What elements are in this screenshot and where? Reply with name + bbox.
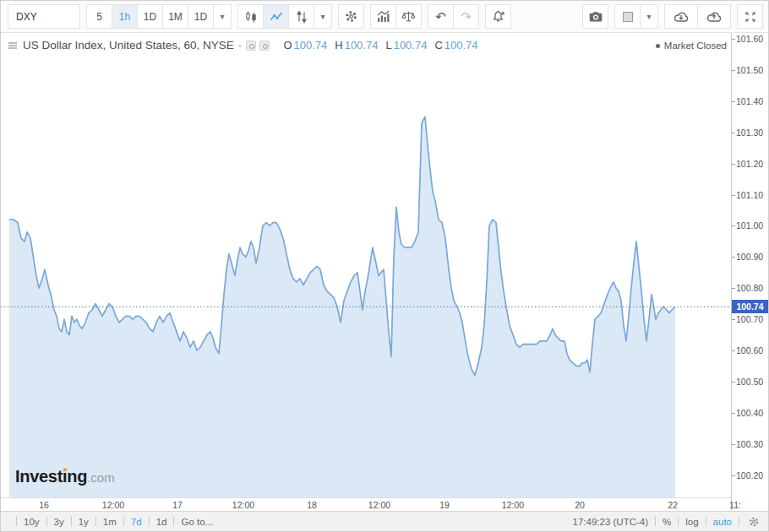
divider	[706, 517, 706, 526]
log-scale-button[interactable]: log	[685, 517, 698, 527]
gear-icon	[748, 516, 760, 528]
price-tick-mark	[732, 444, 735, 445]
alert-bell-icon	[491, 9, 505, 24]
high-label: H	[335, 39, 342, 52]
time-axis[interactable]: 1612:001712:001812:001912:00202211:	[1, 497, 731, 511]
divider	[71, 517, 72, 526]
indicators-icon	[376, 9, 390, 24]
divider	[95, 517, 96, 526]
investing-logo[interactable]: Investing.com	[15, 467, 115, 486]
close-label: C	[434, 39, 442, 52]
interval-button-1d[interactable]: 1D	[188, 4, 214, 29]
legend-menu-icon[interactable]	[8, 41, 18, 51]
interval-button-1d[interactable]: 1D	[137, 4, 163, 29]
camera-icon	[588, 9, 603, 24]
range-button-7d[interactable]: 7d	[131, 517, 142, 527]
price-tick-mark	[732, 413, 735, 414]
divider	[678, 517, 679, 526]
load-chart-button[interactable]	[664, 4, 698, 29]
layout-dropdown[interactable]: ▾	[640, 4, 658, 29]
range-button-1y[interactable]: 1y	[79, 517, 89, 527]
axis-settings-button[interactable]	[748, 516, 760, 528]
interval-dropdown[interactable]: ▾	[213, 4, 232, 29]
divider	[173, 517, 174, 526]
range-button-1d[interactable]: 1d	[156, 517, 167, 527]
legend-eye-icon[interactable]	[246, 41, 256, 51]
price-tick-mark	[732, 475, 735, 476]
range-button-3y[interactable]: 3y	[54, 517, 64, 527]
symbol-input[interactable]: DXY	[8, 4, 80, 29]
time-tick-label: 20	[575, 500, 585, 510]
legend-settings-icon[interactable]	[259, 41, 270, 51]
add-alert-button[interactable]	[485, 4, 511, 29]
price-axis[interactable]: 101.60101.50101.40101.30101.20101.10101.…	[731, 33, 768, 511]
symbol-description: US Dollar Index, United States, 60, NYSE	[23, 39, 234, 52]
undo-icon: ↶	[435, 10, 446, 23]
auto-scale-button[interactable]: auto	[713, 517, 732, 527]
price-tick-label: 101.30	[736, 128, 763, 138]
divider	[16, 517, 17, 526]
compare-arrows-icon	[295, 10, 308, 24]
interval-button-1h[interactable]: 1h	[112, 4, 138, 29]
divider	[123, 517, 124, 526]
interval-button-1m[interactable]: 1M	[162, 4, 188, 29]
time-tick-label: 12:00	[102, 500, 124, 510]
price-tick-label: 101.50	[736, 65, 763, 75]
time-tick-label: 18	[307, 500, 317, 510]
compare-button[interactable]	[395, 4, 422, 29]
chart-type-dropdown[interactable]: ▾	[314, 4, 332, 29]
bottom-right-controls: 17:49:23 (UTC-4) % log auto	[573, 516, 760, 528]
price-tick-mark	[732, 164, 735, 165]
chart-legend: US Dollar Index, United States, 60, NYSE…	[8, 39, 478, 52]
fullscreen-icon	[744, 10, 757, 24]
price-tick-label: 101.20	[736, 159, 763, 169]
interval-button-5[interactable]: 5	[86, 4, 112, 29]
time-tick-label: 12:00	[232, 500, 254, 510]
undo-button[interactable]: ↶	[428, 4, 454, 29]
symbol-group: DXY	[8, 4, 80, 29]
scales-icon	[401, 9, 416, 24]
time-tick-label: 22	[668, 500, 678, 510]
alert-group	[485, 4, 511, 29]
redo-button[interactable]: ↷	[453, 4, 479, 29]
settings-button[interactable]	[338, 4, 364, 29]
candlestick-chart-button[interactable]	[237, 4, 264, 29]
ohlc-values: O 100.74 H 100.74 L 100.74 C 100.74	[280, 39, 477, 52]
chart-widget: DXY 51h1D1M1D▾	[0, 0, 769, 532]
price-chart-plot[interactable]	[1, 33, 731, 497]
price-tick-mark	[732, 288, 735, 289]
hilo-style-button[interactable]	[288, 4, 314, 29]
indicators-button[interactable]	[370, 4, 396, 29]
price-tick-mark	[732, 319, 735, 320]
price-tick-label: 100.50	[736, 377, 763, 387]
save-chart-button[interactable]	[697, 4, 731, 29]
time-tick-label: 19	[439, 500, 450, 510]
cloud-upload-icon	[705, 9, 723, 24]
low-label: L	[385, 39, 391, 52]
layout-icon	[621, 10, 635, 24]
layout-button[interactable]	[614, 4, 641, 29]
range-button-10y[interactable]: 10y	[24, 517, 40, 527]
price-tick-label: 100.30	[736, 439, 763, 449]
price-tick-mark	[732, 70, 735, 71]
chart-type-group: ▾	[237, 4, 332, 29]
price-tick-mark	[732, 382, 735, 383]
divider	[149, 517, 150, 526]
close-value: 100.74	[444, 39, 478, 52]
clock[interactable]: 17:49:23 (UTC-4)	[573, 517, 648, 527]
price-tick-label: 100.40	[736, 408, 763, 418]
divider	[739, 517, 739, 526]
percent-scale-button[interactable]: %	[663, 517, 671, 527]
line-chart-button[interactable]	[263, 4, 289, 29]
range-button-1m[interactable]: 1m	[103, 517, 117, 527]
price-tick-label: 100.80	[736, 283, 763, 293]
price-tick-label: 100.90	[736, 252, 763, 262]
goto-button[interactable]: Go to...	[181, 517, 213, 527]
price-tick-mark	[732, 39, 735, 40]
logo-text: Invest	[15, 467, 63, 486]
price-tick-label: 100.60	[736, 345, 763, 356]
fullscreen-button[interactable]	[737, 4, 763, 29]
logo-dotted-i: i	[63, 467, 67, 486]
snapshot-button[interactable]	[582, 4, 608, 29]
fullscreen-group	[737, 4, 763, 29]
